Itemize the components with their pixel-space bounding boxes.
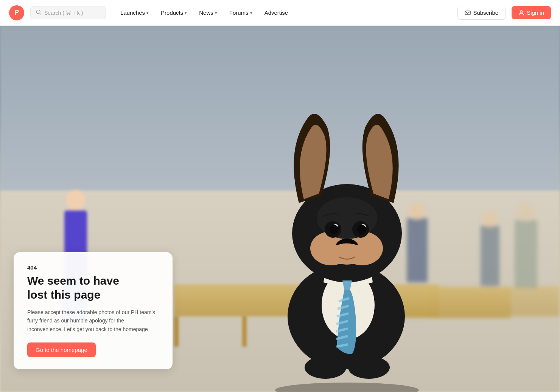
user-icon [518,10,524,16]
search-placeholder: Search ( ⌘ + k ) [44,10,83,16]
error-code: 404 [27,264,159,271]
subscribe-button[interactable]: Subscribe [457,6,506,20]
site-logo[interactable]: P [9,5,24,20]
error-title: We seem to have lost this page [27,274,159,302]
svg-line-1 [40,13,41,14]
navbar: P Search ( ⌘ + k ) Launches ▾ Products ▾… [0,0,560,26]
envelope-icon [465,10,471,16]
chevron-down-icon: ▾ [185,11,187,15]
svg-rect-2 [465,11,470,15]
svg-point-30 [348,356,390,379]
chevron-down-icon: ▾ [146,11,149,15]
chevron-down-icon: ▾ [250,11,252,15]
svg-point-16 [330,225,339,234]
dog-image [252,63,441,392]
error-card: 404 We seem to have lost this page Pleas… [14,252,173,369]
svg-point-20 [328,243,366,265]
svg-point-3 [520,11,523,13]
nav-links: Launches ▾ Products ▾ News ▾ Forums ▾ Ad… [115,6,293,19]
search-box[interactable]: Search ( ⌘ + k ) [30,6,106,19]
svg-point-31 [275,383,419,392]
nav-item-launches[interactable]: Launches ▾ [115,6,154,19]
go-to-homepage-button[interactable]: Go to the homepage [27,342,96,357]
svg-point-17 [357,225,366,234]
signin-button[interactable]: Sign in [512,6,551,19]
chevron-down-icon: ▾ [215,11,217,15]
nav-item-forums[interactable]: Forums ▾ [224,6,258,19]
error-description: Please accept these adorable photos of o… [27,308,159,333]
nav-item-products[interactable]: Products ▾ [156,6,192,19]
svg-point-29 [305,356,346,379]
nav-item-news[interactable]: News ▾ [194,6,222,19]
nav-item-advertise[interactable]: Advertise [259,6,294,19]
search-icon [36,9,41,16]
